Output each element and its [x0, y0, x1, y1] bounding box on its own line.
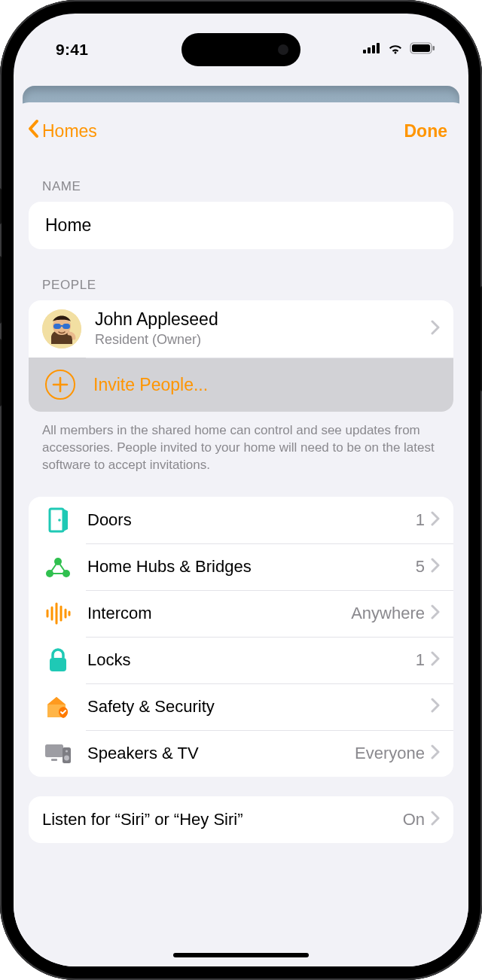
svg-point-13 — [58, 519, 61, 522]
volume-up-button — [0, 256, 2, 324]
category-locks[interactable]: Locks 1 — [29, 637, 453, 683]
svg-rect-11 — [61, 325, 63, 327]
invite-label: Invite People... — [93, 375, 208, 395]
svg-point-28 — [64, 755, 69, 760]
svg-rect-1 — [368, 47, 371, 53]
name-header: NAME — [29, 151, 453, 202]
category-label: Intercom — [87, 604, 345, 623]
person-text: John Appleseed Resident (Owner) — [95, 309, 425, 348]
back-button[interactable]: Homes — [27, 119, 97, 143]
category-label: Safety & Security — [87, 697, 419, 717]
svg-point-27 — [66, 750, 68, 752]
category-label: Home Hubs & Bridges — [87, 557, 410, 577]
chevron-right-icon — [431, 744, 440, 762]
category-hubs[interactable]: Home Hubs & Bridges 5 — [29, 543, 453, 590]
category-doors[interactable]: Doors 1 — [29, 497, 453, 543]
people-card: John Appleseed Resident (Owner) Invite P… — [29, 300, 453, 412]
hubs-icon — [42, 555, 74, 578]
door-icon — [42, 507, 74, 533]
categories-card: Doors 1 Home Hubs & Bridges 5 — [29, 497, 453, 777]
category-intercom[interactable]: Intercom Anywhere — [29, 590, 453, 637]
name-card — [29, 202, 453, 249]
category-safety[interactable]: Safety & Security — [29, 683, 453, 730]
plus-icon — [45, 370, 75, 400]
chevron-left-icon — [27, 119, 41, 143]
category-value: 1 — [416, 650, 425, 670]
svg-rect-25 — [51, 759, 57, 761]
done-button[interactable]: Done — [404, 121, 448, 142]
svg-rect-0 — [363, 50, 366, 53]
chevron-right-icon — [431, 511, 440, 529]
invite-people-row[interactable]: Invite People... — [29, 358, 453, 412]
svg-rect-9 — [53, 324, 61, 329]
people-header: PEOPLE — [29, 249, 453, 300]
category-label: Locks — [87, 650, 410, 670]
dynamic-island — [182, 33, 300, 66]
settings-sheet: Homes Done NAME PEOPLE — [14, 102, 468, 966]
category-value: 1 — [416, 510, 425, 530]
intercom-icon — [42, 602, 74, 625]
category-value: Everyone — [355, 744, 425, 763]
people-footer: All members in the shared home can contr… — [29, 412, 453, 480]
status-time: 9:41 — [56, 41, 88, 59]
chevron-right-icon — [431, 320, 440, 338]
category-value: Anywhere — [351, 604, 425, 623]
svg-rect-3 — [377, 43, 380, 53]
status-indicators — [363, 42, 435, 57]
svg-rect-12 — [50, 509, 63, 531]
chevron-right-icon — [431, 651, 440, 669]
chevron-right-icon — [431, 698, 440, 716]
speakers-icon — [42, 743, 74, 764]
siri-value: On — [403, 810, 425, 829]
person-row[interactable]: John Appleseed Resident (Owner) — [29, 300, 453, 358]
category-speakers[interactable]: Speakers & TV Everyone — [29, 730, 453, 777]
svg-rect-10 — [63, 324, 70, 329]
svg-rect-24 — [45, 744, 63, 757]
back-label: Homes — [42, 121, 97, 142]
name-row[interactable] — [29, 202, 453, 249]
svg-rect-26 — [63, 747, 71, 763]
svg-rect-5 — [412, 44, 430, 52]
chevron-right-icon — [431, 811, 440, 829]
volume-down-button — [0, 339, 2, 406]
battery-icon — [410, 42, 435, 57]
home-name-input[interactable] — [42, 211, 440, 240]
phone-frame: 9:41 Homes — [0, 0, 482, 980]
lock-icon — [42, 647, 74, 673]
chevron-right-icon — [431, 604, 440, 622]
svg-rect-2 — [372, 45, 375, 53]
category-label: Doors — [87, 510, 410, 530]
category-value: 5 — [416, 557, 425, 577]
person-role: Resident (Owner) — [95, 332, 425, 348]
siri-label: Listen for “Siri” or “Hey Siri” — [42, 810, 397, 829]
cellular-icon — [363, 43, 381, 56]
home-indicator[interactable] — [173, 953, 309, 957]
siri-row[interactable]: Listen for “Siri” or “Hey Siri” On — [29, 796, 453, 843]
mute-switch — [0, 188, 2, 224]
svg-rect-6 — [433, 46, 435, 50]
screen: 9:41 Homes — [14, 14, 468, 966]
svg-rect-23 — [50, 658, 66, 671]
siri-card: Listen for “Siri” or “Hey Siri” On — [29, 796, 453, 843]
safety-icon — [42, 695, 74, 719]
sheet-content: NAME PEOPLE — [14, 151, 468, 966]
person-name: John Appleseed — [95, 309, 425, 330]
chevron-right-icon — [431, 558, 440, 576]
nav-bar: Homes Done — [14, 102, 468, 151]
avatar — [42, 309, 81, 348]
wifi-icon — [387, 42, 404, 57]
category-label: Speakers & TV — [87, 744, 349, 763]
